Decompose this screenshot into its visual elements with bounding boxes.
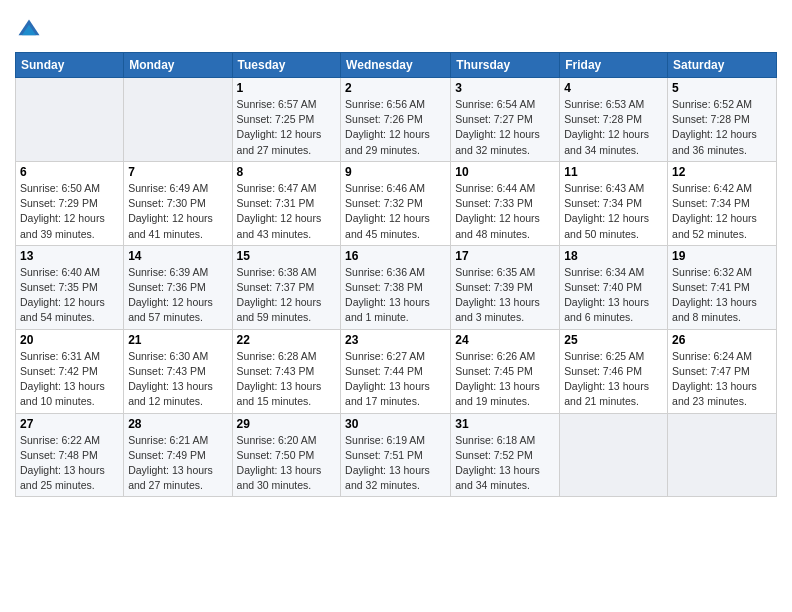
calendar-week-row: 6Sunrise: 6:50 AM Sunset: 7:29 PM Daylig… [16,161,777,245]
calendar-cell: 19Sunrise: 6:32 AM Sunset: 7:41 PM Dayli… [668,245,777,329]
calendar-cell: 14Sunrise: 6:39 AM Sunset: 7:36 PM Dayli… [124,245,232,329]
day-number: 25 [564,333,663,347]
day-info: Sunrise: 6:39 AM Sunset: 7:36 PM Dayligh… [128,265,227,326]
day-number: 4 [564,81,663,95]
calendar-cell: 5Sunrise: 6:52 AM Sunset: 7:28 PM Daylig… [668,78,777,162]
day-info: Sunrise: 6:21 AM Sunset: 7:49 PM Dayligh… [128,433,227,494]
day-info: Sunrise: 6:38 AM Sunset: 7:37 PM Dayligh… [237,265,337,326]
day-info: Sunrise: 6:28 AM Sunset: 7:43 PM Dayligh… [237,349,337,410]
calendar-weekday-monday: Monday [124,53,232,78]
day-number: 11 [564,165,663,179]
calendar-weekday-friday: Friday [560,53,668,78]
calendar-week-row: 1Sunrise: 6:57 AM Sunset: 7:25 PM Daylig… [16,78,777,162]
calendar-cell: 27Sunrise: 6:22 AM Sunset: 7:48 PM Dayli… [16,413,124,497]
calendar-weekday-saturday: Saturday [668,53,777,78]
day-number: 1 [237,81,337,95]
calendar-cell: 10Sunrise: 6:44 AM Sunset: 7:33 PM Dayli… [451,161,560,245]
day-number: 27 [20,417,119,431]
day-number: 13 [20,249,119,263]
calendar-cell [124,78,232,162]
day-info: Sunrise: 6:19 AM Sunset: 7:51 PM Dayligh… [345,433,446,494]
logo [15,16,45,44]
calendar-cell: 31Sunrise: 6:18 AM Sunset: 7:52 PM Dayli… [451,413,560,497]
day-info: Sunrise: 6:52 AM Sunset: 7:28 PM Dayligh… [672,97,772,158]
day-info: Sunrise: 6:20 AM Sunset: 7:50 PM Dayligh… [237,433,337,494]
day-info: Sunrise: 6:27 AM Sunset: 7:44 PM Dayligh… [345,349,446,410]
header [15,10,777,44]
calendar-cell: 9Sunrise: 6:46 AM Sunset: 7:32 PM Daylig… [341,161,451,245]
day-info: Sunrise: 6:18 AM Sunset: 7:52 PM Dayligh… [455,433,555,494]
page: SundayMondayTuesdayWednesdayThursdayFrid… [0,0,792,612]
day-number: 29 [237,417,337,431]
day-number: 23 [345,333,446,347]
day-info: Sunrise: 6:40 AM Sunset: 7:35 PM Dayligh… [20,265,119,326]
calendar-cell: 18Sunrise: 6:34 AM Sunset: 7:40 PM Dayli… [560,245,668,329]
day-number: 8 [237,165,337,179]
calendar-cell: 23Sunrise: 6:27 AM Sunset: 7:44 PM Dayli… [341,329,451,413]
day-info: Sunrise: 6:46 AM Sunset: 7:32 PM Dayligh… [345,181,446,242]
calendar-cell: 24Sunrise: 6:26 AM Sunset: 7:45 PM Dayli… [451,329,560,413]
calendar-cell: 28Sunrise: 6:21 AM Sunset: 7:49 PM Dayli… [124,413,232,497]
calendar-cell: 16Sunrise: 6:36 AM Sunset: 7:38 PM Dayli… [341,245,451,329]
day-info: Sunrise: 6:31 AM Sunset: 7:42 PM Dayligh… [20,349,119,410]
day-number: 19 [672,249,772,263]
day-info: Sunrise: 6:25 AM Sunset: 7:46 PM Dayligh… [564,349,663,410]
day-info: Sunrise: 6:50 AM Sunset: 7:29 PM Dayligh… [20,181,119,242]
calendar-cell: 8Sunrise: 6:47 AM Sunset: 7:31 PM Daylig… [232,161,341,245]
calendar-cell: 17Sunrise: 6:35 AM Sunset: 7:39 PM Dayli… [451,245,560,329]
day-number: 15 [237,249,337,263]
calendar-cell: 7Sunrise: 6:49 AM Sunset: 7:30 PM Daylig… [124,161,232,245]
day-info: Sunrise: 6:56 AM Sunset: 7:26 PM Dayligh… [345,97,446,158]
day-number: 12 [672,165,772,179]
day-info: Sunrise: 6:24 AM Sunset: 7:47 PM Dayligh… [672,349,772,410]
calendar-cell: 25Sunrise: 6:25 AM Sunset: 7:46 PM Dayli… [560,329,668,413]
calendar-week-row: 13Sunrise: 6:40 AM Sunset: 7:35 PM Dayli… [16,245,777,329]
calendar-cell: 3Sunrise: 6:54 AM Sunset: 7:27 PM Daylig… [451,78,560,162]
calendar-header-row: SundayMondayTuesdayWednesdayThursdayFrid… [16,53,777,78]
calendar-cell: 26Sunrise: 6:24 AM Sunset: 7:47 PM Dayli… [668,329,777,413]
day-number: 5 [672,81,772,95]
calendar-weekday-thursday: Thursday [451,53,560,78]
calendar-cell: 1Sunrise: 6:57 AM Sunset: 7:25 PM Daylig… [232,78,341,162]
day-info: Sunrise: 6:53 AM Sunset: 7:28 PM Dayligh… [564,97,663,158]
day-number: 26 [672,333,772,347]
calendar-weekday-wednesday: Wednesday [341,53,451,78]
calendar-cell: 11Sunrise: 6:43 AM Sunset: 7:34 PM Dayli… [560,161,668,245]
day-info: Sunrise: 6:34 AM Sunset: 7:40 PM Dayligh… [564,265,663,326]
calendar-cell: 6Sunrise: 6:50 AM Sunset: 7:29 PM Daylig… [16,161,124,245]
calendar-cell: 15Sunrise: 6:38 AM Sunset: 7:37 PM Dayli… [232,245,341,329]
calendar-cell [560,413,668,497]
day-number: 3 [455,81,555,95]
calendar-cell: 20Sunrise: 6:31 AM Sunset: 7:42 PM Dayli… [16,329,124,413]
day-info: Sunrise: 6:36 AM Sunset: 7:38 PM Dayligh… [345,265,446,326]
day-info: Sunrise: 6:43 AM Sunset: 7:34 PM Dayligh… [564,181,663,242]
day-info: Sunrise: 6:42 AM Sunset: 7:34 PM Dayligh… [672,181,772,242]
calendar-cell: 13Sunrise: 6:40 AM Sunset: 7:35 PM Dayli… [16,245,124,329]
calendar-cell: 29Sunrise: 6:20 AM Sunset: 7:50 PM Dayli… [232,413,341,497]
day-number: 30 [345,417,446,431]
day-info: Sunrise: 6:57 AM Sunset: 7:25 PM Dayligh… [237,97,337,158]
day-number: 6 [20,165,119,179]
day-number: 7 [128,165,227,179]
calendar-cell [668,413,777,497]
day-number: 2 [345,81,446,95]
logo-icon [15,16,43,44]
day-info: Sunrise: 6:35 AM Sunset: 7:39 PM Dayligh… [455,265,555,326]
calendar-cell: 21Sunrise: 6:30 AM Sunset: 7:43 PM Dayli… [124,329,232,413]
day-number: 16 [345,249,446,263]
day-number: 22 [237,333,337,347]
calendar-cell: 4Sunrise: 6:53 AM Sunset: 7:28 PM Daylig… [560,78,668,162]
day-info: Sunrise: 6:49 AM Sunset: 7:30 PM Dayligh… [128,181,227,242]
day-info: Sunrise: 6:32 AM Sunset: 7:41 PM Dayligh… [672,265,772,326]
day-info: Sunrise: 6:54 AM Sunset: 7:27 PM Dayligh… [455,97,555,158]
day-number: 17 [455,249,555,263]
calendar-cell: 12Sunrise: 6:42 AM Sunset: 7:34 PM Dayli… [668,161,777,245]
day-info: Sunrise: 6:22 AM Sunset: 7:48 PM Dayligh… [20,433,119,494]
day-number: 21 [128,333,227,347]
day-number: 10 [455,165,555,179]
day-info: Sunrise: 6:26 AM Sunset: 7:45 PM Dayligh… [455,349,555,410]
calendar-cell: 30Sunrise: 6:19 AM Sunset: 7:51 PM Dayli… [341,413,451,497]
day-info: Sunrise: 6:44 AM Sunset: 7:33 PM Dayligh… [455,181,555,242]
day-number: 20 [20,333,119,347]
calendar-weekday-sunday: Sunday [16,53,124,78]
